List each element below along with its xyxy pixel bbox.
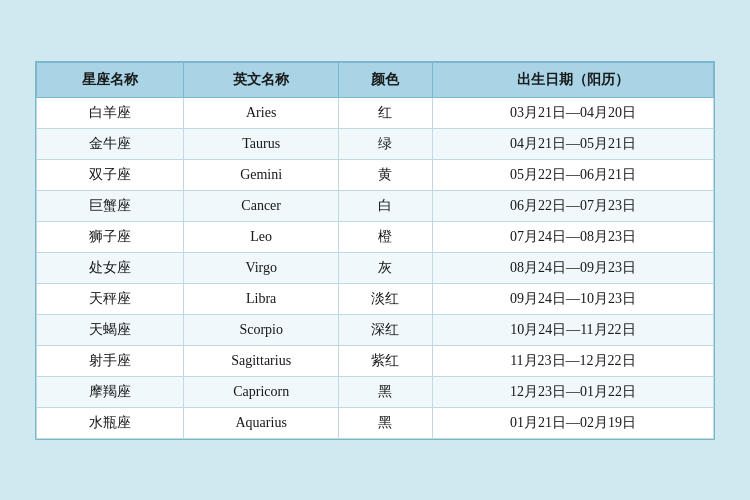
zodiac-table: 星座名称 英文名称 颜色 出生日期（阳历） 白羊座Aries红03月21日—04… (36, 62, 714, 439)
cell-cn-name: 白羊座 (37, 97, 184, 128)
cell-en-name: Scorpio (184, 314, 339, 345)
table-row: 水瓶座Aquarius黑01月21日—02月19日 (37, 407, 714, 438)
table-row: 双子座Gemini黄05月22日—06月21日 (37, 159, 714, 190)
zodiac-table-container: 星座名称 英文名称 颜色 出生日期（阳历） 白羊座Aries红03月21日—04… (35, 61, 715, 440)
cell-en-name: Aries (184, 97, 339, 128)
cell-cn-name: 摩羯座 (37, 376, 184, 407)
table-row: 白羊座Aries红03月21日—04月20日 (37, 97, 714, 128)
cell-color: 淡红 (339, 283, 433, 314)
cell-cn-name: 天蝎座 (37, 314, 184, 345)
cell-date: 08月24日—09月23日 (432, 252, 713, 283)
cell-en-name: Taurus (184, 128, 339, 159)
cell-en-name: Virgo (184, 252, 339, 283)
cell-cn-name: 天秤座 (37, 283, 184, 314)
cell-date: 07月24日—08月23日 (432, 221, 713, 252)
cell-date: 06月22日—07月23日 (432, 190, 713, 221)
table-row: 射手座Sagittarius紫红11月23日—12月22日 (37, 345, 714, 376)
cell-date: 04月21日—05月21日 (432, 128, 713, 159)
table-row: 金牛座Taurus绿04月21日—05月21日 (37, 128, 714, 159)
cell-color: 橙 (339, 221, 433, 252)
cell-date: 03月21日—04月20日 (432, 97, 713, 128)
cell-cn-name: 射手座 (37, 345, 184, 376)
cell-color: 绿 (339, 128, 433, 159)
cell-en-name: Leo (184, 221, 339, 252)
table-row: 天秤座Libra淡红09月24日—10月23日 (37, 283, 714, 314)
cell-date: 09月24日—10月23日 (432, 283, 713, 314)
cell-en-name: Cancer (184, 190, 339, 221)
header-color: 颜色 (339, 62, 433, 97)
cell-date: 11月23日—12月22日 (432, 345, 713, 376)
cell-cn-name: 处女座 (37, 252, 184, 283)
cell-date: 10月24日—11月22日 (432, 314, 713, 345)
cell-cn-name: 双子座 (37, 159, 184, 190)
header-cn-name: 星座名称 (37, 62, 184, 97)
cell-color: 红 (339, 97, 433, 128)
table-header-row: 星座名称 英文名称 颜色 出生日期（阳历） (37, 62, 714, 97)
cell-cn-name: 狮子座 (37, 221, 184, 252)
cell-en-name: Gemini (184, 159, 339, 190)
header-en-name: 英文名称 (184, 62, 339, 97)
cell-color: 紫红 (339, 345, 433, 376)
cell-en-name: Libra (184, 283, 339, 314)
cell-en-name: Sagittarius (184, 345, 339, 376)
cell-color: 白 (339, 190, 433, 221)
table-row: 处女座Virgo灰08月24日—09月23日 (37, 252, 714, 283)
table-body: 白羊座Aries红03月21日—04月20日金牛座Taurus绿04月21日—0… (37, 97, 714, 438)
cell-color: 黄 (339, 159, 433, 190)
cell-color: 灰 (339, 252, 433, 283)
cell-color: 黑 (339, 407, 433, 438)
cell-en-name: Aquarius (184, 407, 339, 438)
table-row: 狮子座Leo橙07月24日—08月23日 (37, 221, 714, 252)
cell-color: 深红 (339, 314, 433, 345)
cell-date: 05月22日—06月21日 (432, 159, 713, 190)
cell-en-name: Capricorn (184, 376, 339, 407)
cell-cn-name: 水瓶座 (37, 407, 184, 438)
cell-cn-name: 巨蟹座 (37, 190, 184, 221)
table-row: 天蝎座Scorpio深红10月24日—11月22日 (37, 314, 714, 345)
header-date: 出生日期（阳历） (432, 62, 713, 97)
cell-date: 01月21日—02月19日 (432, 407, 713, 438)
cell-date: 12月23日—01月22日 (432, 376, 713, 407)
table-row: 摩羯座Capricorn黑12月23日—01月22日 (37, 376, 714, 407)
cell-color: 黑 (339, 376, 433, 407)
cell-cn-name: 金牛座 (37, 128, 184, 159)
table-row: 巨蟹座Cancer白06月22日—07月23日 (37, 190, 714, 221)
